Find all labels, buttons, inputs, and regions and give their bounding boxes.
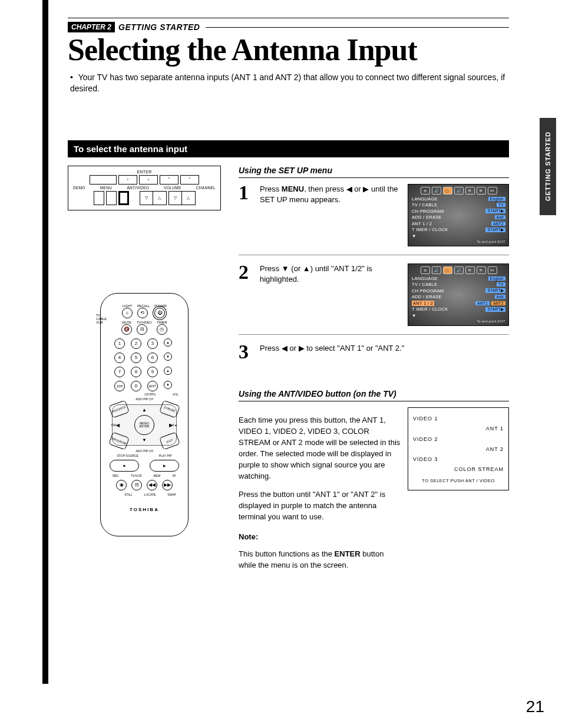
remote-rocker: FAVORITE STROBE PROGRAM EXIT ▲ ▼ ◀ ▶ MEN… [112,404,177,446]
tp-demo-btn [94,191,104,205]
page-number: 21 [526,697,544,716]
osd-footer: To end push EXIT [412,319,505,323]
osd-icon: ⧉ [477,266,486,274]
chapter-line [206,27,509,28]
osd-icon: 🔊 [454,266,464,274]
osd-v: ANT1 [475,301,490,305]
r-light-lbl: LIGHT [122,304,133,308]
osd-arrow: ▼ [412,233,505,239]
tp-menu-label: MENU [100,186,112,190]
step-1-num: 1 [239,184,253,202]
r-recall-lbl: RECALL [137,304,150,308]
rec-button: ◉ [116,480,127,490]
rocker-down-icon: ▼ [142,437,147,443]
vol-down: ▼ [164,381,172,389]
remote-side-switch: TV CABLE VCR [96,314,100,324]
rocker-center: MENU/ENTER [134,415,154,435]
vp-footer: TO SELECT PUSH ANT / VIDEO [413,477,504,485]
osd-l-hl: ANT 1 / 2 [412,301,434,306]
r-power-lbl: POWER [154,304,167,308]
num-ent: ENT [147,381,158,391]
rs-tv: TV [96,314,100,317]
osd-v: START▶ [485,228,505,232]
r-tvvideo-lbl: TV/VIDEO [137,321,152,324]
intro-text: Your TV has two separate antenna inputs … [70,73,505,93]
vol-up: ▲ [164,367,172,375]
rew-button: ◀◀ [147,480,157,490]
num-1: 1 [114,338,125,349]
osd-l: T IMER / CLOCK [412,227,448,232]
osd-icon: ⧉ [465,187,475,195]
osd-l: TV / CABLE [412,282,437,287]
corner-exit: EXIT [159,431,180,450]
lbl-rec: REC [113,474,119,477]
osd-v: TV [497,282,505,286]
num-0: 0 [131,381,141,391]
nb-b: ENTER [335,549,361,558]
osd-footer: To end push EXIT [412,240,505,243]
recall-button: ⟲ [137,308,148,318]
tp-channel-rocker: ▽△ [168,191,196,205]
osd-v: TV [497,203,505,207]
osd-icon: cc [488,266,497,274]
osd-l: CH PROGRAM [412,209,444,214]
rocker-top-label: ADV/ PIP CH [107,397,182,401]
osd-v: English [488,197,505,201]
top-rule [68,18,509,18]
tp-antvideo-label: ANT/VIDEO [127,186,149,190]
tp-menu-btn [106,191,117,205]
r-timer-lbl: TIMER [157,321,167,324]
step-2-text: Press ▼ (or ▲) until "ANT 1/2" is highli… [260,263,402,285]
s1-b: MENU [282,185,304,193]
lbl-stopsource: STOP SOURCE [117,454,138,457]
section-bar: To select the antenna input [68,140,509,157]
osd-v: START▶ [485,307,505,312]
osd-icon: ⧉ [465,266,475,274]
osd-v: START▶ [485,288,505,293]
rs-vcr: VCR [96,321,100,324]
osd-icon: cc [488,187,497,195]
osd-icon: ⟲ [421,187,430,195]
osd-screenshot-1: ⟲🔊▢🔊⧉⧉cc LANGUAGEEnglish TV / CABLETV CH… [408,184,509,246]
osd-l: ADD / ERASE [412,215,442,220]
vp-r: ANT 1 [486,424,504,434]
corner-strobe: STROBE [159,400,180,418]
remote-brand: TOSHIBA [107,507,182,512]
setup-heading: Using the SET UP menu [239,166,509,178]
antvideo-row: Each time you press this button, the ANT… [239,407,509,578]
ff-button: ▶▶ [162,480,173,490]
section-side-tab: GETTING STARTED [540,118,556,215]
tp-btn-down: ˅ [160,175,178,185]
tp-volume-rocker: ▽△ [140,191,167,205]
antvideo-heading: Using the ANT/VIDEO button (on the TV) [239,389,509,401]
step-3-num: 3 [239,343,253,361]
chapter-label: GETTING STARTED [118,22,200,32]
osd-v: Add [495,295,505,299]
step-3-text: Press ◀ or ▶ to select "ANT 1" or "ANT 2… [260,343,404,354]
vp-r: COLOR STREAM [454,465,504,475]
lbl-swap: SWAP [167,493,176,496]
ch-down: ▼ [164,353,172,361]
note-heading: Note: [239,532,401,541]
osd-v: English [488,276,505,281]
tp-demo-label: DEMO [73,186,85,190]
osd-icon: ▢ [443,266,452,274]
chrtn-label: CH RTN [144,393,156,396]
num-9: 9 [147,367,158,377]
osd-icon: 🔊 [432,266,441,274]
num-4: 4 [114,353,125,363]
left-margin-bar [42,0,48,684]
remote-illustration: TV CABLE VCR LIGHT☼ RECALL⟲ POWER⏻ MUTE🔇… [100,293,189,536]
lbl-still: STILL [124,493,132,496]
osd-v: START▶ [485,209,505,213]
step-3-row: 3 Press ◀ or ▶ to select "ANT 1" or "ANT… [239,343,509,378]
fav-up-label: FAV▲ [169,423,177,427]
osd-arrow: ▼ [412,313,505,318]
note-body: This button functions as the ENTER butto… [239,549,401,571]
nb-a: This button functions as the [239,549,335,558]
tv-button-panel-illustration: ENTER ‹ › ˅ ˄ DEMO MENU ANT/VIDEO VOLUME… [68,166,221,210]
osd-icon: 🔊 [454,187,464,195]
antvideo-para2: Press the button until "ANT 1" or "ANT 2… [239,489,401,523]
step-2-num: 2 [239,263,253,282]
num-3: 3 [147,338,158,349]
